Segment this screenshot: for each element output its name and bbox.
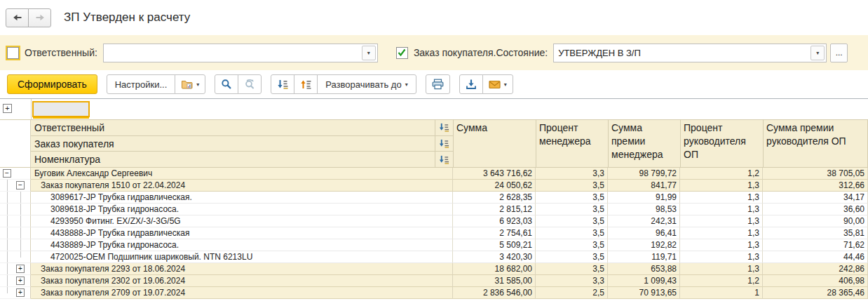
row-value[interactable]: 24 050,62 — [453, 180, 536, 192]
column-header[interactable]: Сумма — [453, 120, 536, 167]
order-state-dropdown-icon[interactable]: ▾ — [811, 46, 825, 60]
expand-toggle[interactable]: + — [16, 288, 25, 297]
row-value[interactable]: 31 585,00 — [453, 275, 536, 287]
row-value[interactable]: 2 836 546,00 — [453, 287, 536, 299]
row-value[interactable]: 3,5 — [536, 251, 608, 263]
row-value[interactable]: 406,98 — [763, 275, 868, 287]
column-header[interactable]: Сумма премии руководителя ОП — [763, 120, 868, 167]
row-value[interactable]: 1,3 — [680, 263, 763, 275]
row-value[interactable]: 3 420,30 — [453, 251, 536, 263]
expand-toggle[interactable]: + — [16, 277, 25, 285]
grouping-header-label[interactable]: Ответственный — [31, 122, 435, 133]
sort-descending-button[interactable] — [271, 74, 294, 94]
selected-cell[interactable] — [32, 101, 90, 117]
sort-descending-icon[interactable] — [435, 136, 453, 152]
row-value[interactable]: 119,71 — [608, 251, 680, 263]
order-state-checkbox[interactable] — [396, 47, 408, 59]
forward-button[interactable] — [28, 8, 51, 27]
row-value[interactable]: 312,66 — [763, 180, 868, 192]
row-value[interactable]: 1 099,43 — [608, 275, 680, 287]
row-value[interactable]: 3,5 — [536, 192, 608, 204]
row-value[interactable]: 3,3 — [536, 168, 608, 180]
row-value[interactable]: 1,3 — [680, 251, 763, 263]
row-value[interactable]: 34,17 — [763, 192, 868, 204]
row-value[interactable]: 1 — [680, 287, 763, 299]
row-label[interactable]: 3089617-JP Трубка гидравлическая. — [31, 192, 453, 204]
grouping-header-label[interactable]: Номенклатура — [31, 154, 435, 165]
search-button[interactable] — [215, 74, 238, 94]
row-label[interactable]: 4293950 Фитинг. EX/ZX/-3/-3G/5G — [31, 215, 453, 227]
row-label[interactable]: 3089618-JP Трубка гидронасоса. — [31, 204, 453, 215]
save-button[interactable] — [459, 74, 483, 94]
row-value[interactable]: 1,2 — [680, 168, 763, 180]
column-header[interactable]: Процент руководителя ОП — [680, 120, 763, 167]
row-value[interactable]: 192,82 — [608, 239, 680, 251]
print-button[interactable] — [426, 74, 450, 94]
row-value[interactable]: 3,5 — [536, 263, 608, 275]
row-value[interactable]: 91,99 — [608, 192, 680, 204]
row-value[interactable]: 28 365,46 — [763, 287, 868, 299]
row-value[interactable]: 2 628,35 — [453, 192, 536, 204]
row-label[interactable]: Буговик Александр Сергеевич — [31, 168, 453, 180]
row-value[interactable]: 1,3 — [680, 192, 763, 204]
row-value[interactable]: 1,3 — [680, 204, 763, 215]
sort-descending-icon[interactable] — [435, 152, 453, 167]
grouping-header-label[interactable]: Заказ покупателя — [31, 138, 435, 149]
row-value[interactable]: 3,5 — [536, 215, 608, 227]
row-label[interactable]: Заказ покупателя 2302 от 19.06.2024 — [31, 275, 453, 287]
order-state-more-button[interactable]: ... — [830, 44, 848, 62]
responsible-combobox[interactable]: ▾ — [103, 44, 378, 62]
row-label[interactable]: Заказ покупателя 2709 от 19.07.2024 — [31, 287, 453, 299]
row-value[interactable]: 5 509,21 — [453, 239, 536, 251]
row-value[interactable]: 242,31 — [608, 215, 680, 227]
row-value[interactable]: 6 923,03 — [453, 215, 536, 227]
row-value[interactable]: 1,3 — [680, 180, 763, 192]
row-value[interactable]: 70 913,65 — [608, 287, 680, 299]
order-state-value[interactable]: УТВЕРЖДЕН В З/П — [554, 48, 809, 58]
expand-to-button[interactable]: Разворачивать до ▾ — [317, 74, 416, 94]
sort-descending-icon[interactable] — [435, 120, 453, 135]
row-value[interactable]: 2,5 — [536, 287, 608, 299]
row-label[interactable]: Заказ покупателя 1510 от 22.04.2024 — [31, 180, 453, 192]
row-value[interactable]: 96,41 — [608, 227, 680, 239]
row-value[interactable]: 242,86 — [763, 263, 868, 275]
row-value[interactable]: 3,5 — [536, 204, 608, 215]
row-value[interactable]: 36,60 — [763, 204, 868, 215]
column-header[interactable]: Сумма премии менеджера — [608, 120, 680, 167]
row-value[interactable]: 3,5 — [536, 239, 608, 251]
row-label[interactable]: 4438889-JP Трубка гидронасоса. — [31, 239, 453, 251]
row-value[interactable]: 2 815,12 — [453, 204, 536, 215]
row-value[interactable]: 653,88 — [608, 263, 680, 275]
row-value[interactable]: 35,81 — [763, 227, 868, 239]
back-button[interactable] — [6, 8, 29, 27]
row-value[interactable]: 1,2 — [680, 275, 763, 287]
row-label[interactable]: Заказ покупателя 2293 от 18.06.2024 — [31, 263, 453, 275]
row-value[interactable]: 3,3 — [536, 275, 608, 287]
row-value[interactable]: 3 643 716,62 — [453, 168, 536, 180]
order-state-combobox[interactable]: УТВЕРЖДЕН В З/П ▾ — [553, 44, 827, 62]
expand-toggle[interactable]: + — [16, 265, 25, 273]
row-value[interactable]: 38 705,05 — [763, 168, 868, 180]
row-value[interactable]: 1,3 — [680, 239, 763, 251]
find-next-button[interactable] — [238, 74, 262, 94]
row-label[interactable]: 4720025-OEM Подшипник шариковый. NTN 621… — [31, 251, 453, 263]
responsible-checkbox[interactable] — [7, 47, 19, 59]
collapse-toggle[interactable]: − — [16, 181, 25, 189]
row-value[interactable]: 18 682,00 — [453, 263, 536, 275]
row-value[interactable]: 98 799,72 — [608, 168, 680, 180]
row-value[interactable]: 71,62 — [763, 239, 868, 251]
settings-button[interactable]: Настройки... — [107, 74, 176, 94]
row-value[interactable]: 1,3 — [680, 215, 763, 227]
email-button[interactable]: ▾ — [482, 74, 513, 94]
sort-ascending-button[interactable] — [294, 74, 318, 94]
column-header[interactable]: Процент менеджера — [536, 120, 608, 167]
row-value[interactable]: 3,5 — [536, 180, 608, 192]
row-value[interactable]: 3,5 — [536, 227, 608, 239]
expand-all-toggle[interactable]: + — [3, 104, 12, 113]
row-value[interactable]: 44,46 — [763, 251, 868, 263]
row-value[interactable]: 90,00 — [763, 215, 868, 227]
collapse-toggle[interactable]: − — [3, 169, 11, 178]
responsible-dropdown-icon[interactable]: ▾ — [362, 46, 376, 60]
generate-button[interactable]: Сформировать — [7, 74, 97, 94]
row-value[interactable]: 2 754,61 — [453, 227, 536, 239]
